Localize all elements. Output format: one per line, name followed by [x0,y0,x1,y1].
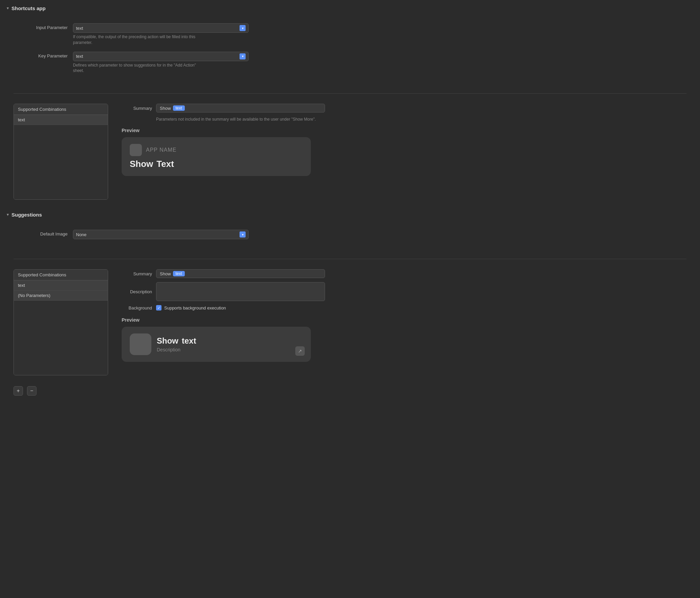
key-parameter-value: text [76,54,83,59]
divider-2 [14,259,686,259]
shortcuts-preview-top: APP NAME [130,144,303,156]
shortcuts-app-icon [130,144,142,156]
suggestions-summary-token: text [173,271,185,276]
shortcuts-preview-card: APP NAME Show Text [122,137,311,176]
shortcuts-summary-note: Parameters not included in the summary w… [156,117,325,122]
shortcuts-app-title: Shortcuts app [11,5,46,11]
check-icon: ✓ [157,306,160,310]
input-parameter-arrow: ▾ [240,25,246,31]
default-image-field-group: None ▾ [73,230,249,239]
suggestions-background-row: Background ✓ Supports background executi… [122,305,686,310]
shortcuts-summary-label: Summary [122,106,152,111]
shortcuts-combinations-area: Supported Combinations text Summary Show… [0,97,700,206]
shortcuts-summary-word: Show [160,106,171,111]
remove-combination-button[interactable]: − [27,386,36,396]
suggestions-preview-action: Show text [157,336,303,346]
suggestions-summary-label: Summary [122,271,152,276]
key-parameter-helper: Defines which parameter to show suggesti… [73,63,208,74]
suggestions-section: ▾ Suggestions Default Image None ▾ Suppo… [0,206,700,402]
key-parameter-field-group: text ▾ Defines which parameter to show s… [73,52,249,74]
suggestions-summary-field[interactable]: Show text [156,269,325,278]
suggestions-background-label: Background [122,305,152,310]
suggestions-background-checkbox-row: ✓ Supports background execution [156,305,226,310]
suggestions-combinations-panel: Supported Combinations text (No Paramete… [14,269,108,375]
input-parameter-value: text [76,26,83,31]
suggestions-preview-card: Show text Description ↗ [122,327,311,362]
shortcuts-right-panel: Summary Show text Parameters not include… [122,104,686,176]
shortcuts-app-name: APP NAME [146,147,176,153]
suggestions-description-row: Description [122,282,686,301]
suggestions-combinations-header: Supported Combinations [14,270,108,280]
shortcuts-app-section: ▾ Shortcuts app Input Parameter text ▾ I… [0,0,700,206]
suggestions-header[interactable]: ▾ Suggestions [0,206,700,223]
suggestions-right-panel: Summary Show text Description Background… [122,269,686,362]
shortcuts-combinations-header: Supported Combinations [14,104,108,115]
suggestions-preview-token: text [182,336,196,346]
suggestions-preview-word: Show [157,336,178,346]
suggestions-summary-row: Summary Show text [122,269,686,278]
suggestions-chevron-icon: ▾ [7,213,9,217]
suggestions-combinations-item-none[interactable]: (No Parameters) [14,291,108,301]
shortcuts-preview-label: Preview [122,128,686,133]
suggestions-combinations-empty [14,301,108,375]
default-image-label: Default Image [14,230,68,236]
shortcuts-summary-row: Summary Show text [122,104,686,113]
suggestions-preview-right: Show text Description [157,336,303,352]
default-image-select[interactable]: None ▾ [73,230,249,239]
shortcuts-summary-token: text [173,105,185,111]
input-parameter-select[interactable]: text ▾ [73,23,249,33]
suggestions-toolbar: + − [0,382,700,402]
key-parameter-row: Key Parameter text ▾ Defines which param… [14,52,686,74]
divider-1 [14,93,686,94]
shortcuts-combinations-item-text[interactable]: text [14,115,108,125]
shortcuts-summary-field[interactable]: Show text [156,104,325,113]
shortcuts-preview-action: Show Text [130,159,303,169]
background-checkbox-label: Supports background execution [164,305,226,310]
input-parameter-label: Input Parameter [14,23,68,30]
suggestions-title: Suggestions [11,212,42,218]
shortcuts-combinations-empty [14,125,108,199]
suggestions-description-field[interactable] [156,282,325,301]
background-checkbox[interactable]: ✓ [156,305,161,310]
default-image-value: None [76,232,86,237]
shortcuts-app-content: Input Parameter text ▾ If compatible, th… [0,17,700,90]
key-parameter-select[interactable]: text ▾ [73,52,249,61]
shortcuts-preview-section: Preview APP NAME Show Text [122,128,686,176]
chevron-icon: ▾ [7,6,9,10]
suggestions-app-icon [130,333,151,355]
input-parameter-row: Input Parameter text ▾ If compatible, th… [14,23,686,46]
suggestions-preview-desc: Description [157,347,303,352]
add-combination-button[interactable]: + [14,386,23,396]
key-parameter-arrow: ▾ [240,53,246,59]
suggestions-combinations-area: Supported Combinations text (No Paramete… [0,263,700,382]
suggestions-description-label: Description [122,289,152,294]
suggestions-preview-section: Preview Show text Description ↗ [122,317,686,362]
default-image-arrow: ▾ [240,231,246,238]
shortcuts-preview-token: Text [156,159,174,169]
shortcuts-preview-word: Show [130,159,153,169]
suggestions-summary-word: Show [160,271,171,276]
shortcuts-combinations-panel: Supported Combinations text [14,104,108,200]
shortcuts-app-header[interactable]: ▾ Shortcuts app [0,0,700,17]
suggestions-preview-label: Preview [122,317,686,323]
input-parameter-field-group: text ▾ If compatible, the output of the … [73,23,249,46]
suggestions-content: Default Image None ▾ [0,223,700,255]
default-image-row: Default Image None ▾ [14,230,686,239]
arrow-up-right-icon: ↗ [295,346,305,356]
key-parameter-label: Key Parameter [14,52,68,58]
input-parameter-helper: If compatible, the output of the precedi… [73,34,208,46]
suggestions-combinations-item-text[interactable]: text [14,280,108,291]
